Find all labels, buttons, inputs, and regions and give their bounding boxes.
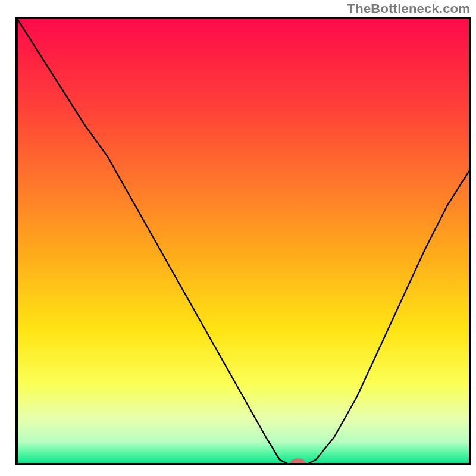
- chart-container: TheBottleneck.com: [0, 0, 476, 476]
- bottleneck-chart: [0, 0, 476, 476]
- watermark-text: TheBottleneck.com: [347, 1, 470, 17]
